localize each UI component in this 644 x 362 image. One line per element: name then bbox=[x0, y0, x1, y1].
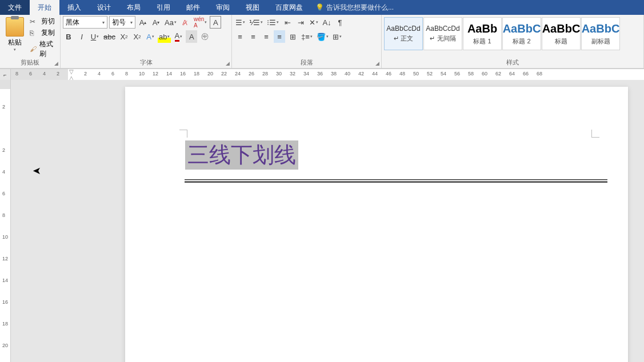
ruler-tick: 4 bbox=[98, 71, 101, 77]
align-right-button[interactable]: ≡ bbox=[261, 30, 272, 43]
ruler-corner[interactable]: ⌐ bbox=[0, 69, 11, 80]
clipboard-label: 剪贴板 bbox=[0, 58, 60, 67]
bold-button[interactable]: B bbox=[63, 30, 74, 43]
scissors-icon: ✂ bbox=[30, 18, 39, 26]
copy-button[interactable]: ⎘复制 bbox=[29, 27, 58, 38]
paste-button[interactable]: 粘贴 ▾ bbox=[2, 16, 27, 53]
ruler-tick: 8 bbox=[15, 71, 18, 77]
ruler-tick: 8 bbox=[2, 212, 5, 218]
tab-view[interactable]: 视图 bbox=[238, 0, 267, 15]
tab-layout[interactable]: 布局 bbox=[119, 0, 149, 15]
ruler-tick: 2 bbox=[57, 71, 59, 77]
ruler-tick: 42 bbox=[358, 71, 364, 77]
ruler-tick: 4 bbox=[43, 71, 46, 77]
ruler-tick: 18 bbox=[2, 321, 8, 327]
align-left-button[interactable]: ≡ bbox=[234, 30, 246, 43]
highlight-button[interactable]: ab bbox=[158, 30, 171, 43]
style-preview: AaBbCcDd bbox=[426, 25, 459, 33]
horizontal-ruler[interactable]: ▽ △ 864224681012141618202224262830323436… bbox=[11, 69, 644, 80]
align-center-button[interactable]: ≡ bbox=[247, 30, 259, 43]
group-paragraph: ☰ ⅟☰ ⁝☰ ⇤ ⇥ ✕ A↓ ¶ ≡ ≡ ≡ ≡ ⊞ ‡≡ 🪣 ⊞ 段落 ◢ bbox=[232, 15, 382, 68]
justify-button[interactable]: ≡ bbox=[274, 30, 285, 43]
style-item-4[interactable]: AaBbC标题 bbox=[542, 17, 581, 50]
enclose-char-button[interactable]: ㊥ bbox=[199, 30, 210, 43]
ruler-tick: 16 bbox=[180, 71, 186, 77]
menu-bar: 文件 开始 插入 设计 布局 引用 邮件 审阅 视图 百度网盘 💡 告诉我您想要… bbox=[0, 0, 644, 15]
strikethrough-button[interactable]: abc bbox=[102, 30, 117, 43]
sort-button[interactable]: A↓ bbox=[321, 16, 333, 29]
ruler-tick: 10 bbox=[139, 71, 145, 77]
underline-button[interactable]: U bbox=[89, 30, 101, 43]
line-spacing-button[interactable]: ‡≡ bbox=[300, 30, 314, 43]
ruler-tick: 26 bbox=[249, 71, 254, 77]
cut-button[interactable]: ✂剪切 bbox=[29, 16, 58, 27]
font-launcher[interactable]: ◢ bbox=[226, 61, 230, 66]
phonetic-guide-button[interactable]: wénA bbox=[193, 16, 208, 29]
font-name-combo[interactable]: 黑体▾ bbox=[63, 16, 107, 29]
tab-baidu[interactable]: 百度网盘 bbox=[267, 0, 311, 15]
ruler-tick: 6 bbox=[2, 191, 5, 196]
char-border-button[interactable]: A bbox=[210, 16, 221, 29]
tell-me-label: 告诉我您想要做什么... bbox=[326, 3, 394, 13]
distribute-button[interactable]: ⊞ bbox=[287, 30, 298, 43]
ruler-tick: 36 bbox=[317, 71, 323, 77]
ruler-tick: 12 bbox=[153, 71, 158, 77]
clear-format-button[interactable]: A̷ bbox=[179, 16, 191, 29]
tab-design[interactable]: 设计 bbox=[89, 0, 119, 15]
ruler-tick: 14 bbox=[166, 71, 172, 77]
change-case-button[interactable]: Aa bbox=[163, 16, 178, 29]
style-item-2[interactable]: AaBb标题 1 bbox=[463, 17, 502, 50]
tell-me-search[interactable]: 💡 告诉我您想要做什么... bbox=[315, 3, 394, 13]
asian-layout-button[interactable]: ✕ bbox=[308, 16, 319, 29]
clipboard-launcher[interactable]: ◢ bbox=[54, 61, 58, 66]
shading-button[interactable]: 🪣 bbox=[315, 30, 330, 43]
cursor-icon: ➤ bbox=[33, 164, 41, 177]
canvas[interactable]: ➤ 三线下划线 bbox=[11, 80, 644, 362]
tab-home[interactable]: 开始 bbox=[30, 0, 59, 15]
font-color-button[interactable]: A bbox=[173, 30, 184, 43]
multilevel-button[interactable]: ⁝☰ bbox=[266, 16, 280, 29]
paragraph-launcher[interactable]: ◢ bbox=[375, 61, 379, 66]
tab-insert[interactable]: 插入 bbox=[59, 0, 89, 15]
style-preview: AaBbC bbox=[582, 22, 620, 35]
paste-label: 粘贴 bbox=[8, 38, 22, 47]
italic-button[interactable]: I bbox=[76, 30, 87, 43]
ruler-tick: 18 bbox=[194, 71, 199, 77]
ruler-tick: 60 bbox=[482, 71, 487, 77]
increase-indent-button[interactable]: ⇥ bbox=[295, 16, 306, 29]
style-item-0[interactable]: AaBbCcDd↵ 正文 bbox=[384, 17, 423, 50]
document-area: 22468101214161820 ➤ 三线下划线 bbox=[0, 80, 644, 362]
font-size-combo[interactable]: 初号▾ bbox=[109, 16, 135, 29]
ruler-tick: 2 bbox=[2, 147, 5, 153]
bullets-button[interactable]: ☰ bbox=[234, 16, 246, 29]
subscript-button[interactable]: X2 bbox=[118, 30, 130, 43]
document-text-selection[interactable]: 三线下划线 bbox=[185, 140, 298, 170]
vertical-ruler[interactable]: 22468101214161820 bbox=[0, 80, 11, 362]
shrink-font-button[interactable]: A▾ bbox=[150, 16, 162, 29]
superscript-button[interactable]: X2 bbox=[131, 30, 143, 43]
decrease-indent-button[interactable]: ⇤ bbox=[282, 16, 293, 29]
font-label: 字体 bbox=[61, 58, 231, 67]
format-painter-button[interactable]: 🖌格式刷 bbox=[29, 39, 58, 59]
style-preview: AaBbC bbox=[542, 22, 581, 35]
tab-references[interactable]: 引用 bbox=[149, 0, 178, 15]
ruler-tick: 52 bbox=[427, 71, 433, 77]
numbering-button[interactable]: ⅟☰ bbox=[248, 16, 264, 29]
style-item-3[interactable]: AaBbC标题 2 bbox=[502, 17, 541, 50]
group-font: 黑体▾ 初号▾ A▴ A▾ Aa A̷ wénA A B I U abc X2 … bbox=[61, 15, 232, 68]
show-marks-button[interactable]: ¶ bbox=[334, 16, 346, 29]
ruler-tick: 6 bbox=[111, 71, 114, 77]
page[interactable]: 三线下划线 bbox=[125, 87, 628, 362]
paragraph-label: 段落 bbox=[232, 58, 381, 67]
tab-review[interactable]: 审阅 bbox=[208, 0, 238, 15]
ruler-tick: 14 bbox=[2, 277, 8, 283]
tab-mailings[interactable]: 邮件 bbox=[178, 0, 208, 15]
borders-button[interactable]: ⊞ bbox=[331, 30, 343, 43]
ruler-tick: 4 bbox=[2, 169, 5, 175]
char-shading-button[interactable]: A bbox=[186, 30, 197, 43]
style-item-5[interactable]: AaBbC副标题 bbox=[581, 17, 620, 50]
grow-font-button[interactable]: A▴ bbox=[137, 16, 149, 29]
tab-file[interactable]: 文件 bbox=[0, 0, 30, 15]
style-item-1[interactable]: AaBbCcDd↵ 无间隔 bbox=[423, 17, 462, 50]
text-effects-button[interactable]: A bbox=[145, 30, 156, 43]
